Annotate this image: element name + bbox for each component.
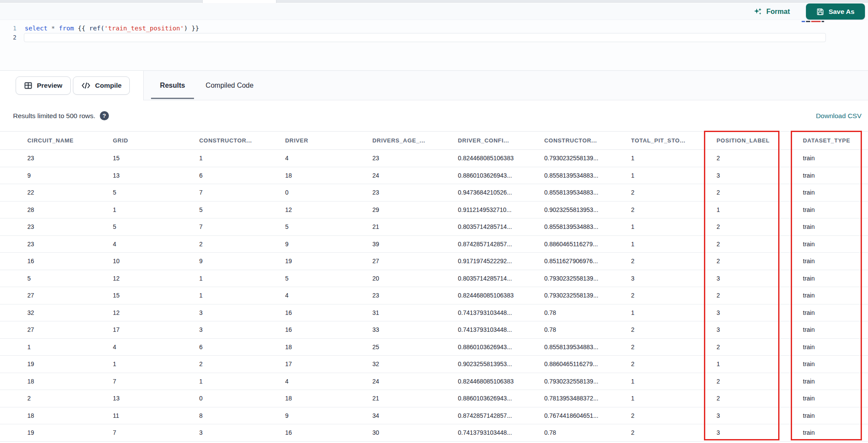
table-cell: 17 <box>113 326 199 333</box>
table-cell: 27 <box>372 258 458 264</box>
save-as-label: Save As <box>829 8 855 16</box>
table-cell: train <box>803 326 868 333</box>
table-cell: 1 <box>199 155 285 162</box>
table-cell: 29 <box>372 206 458 213</box>
table-cell: train <box>803 258 868 264</box>
results-table: CIRCUIT_NAMEGRIDCONSTRUCTOR...DRIVERDRIV… <box>0 131 868 442</box>
table-cell: 4 <box>285 155 372 162</box>
table-cell: 0.78 <box>544 429 631 436</box>
code-content[interactable]: select * from {{ ref('train_test_positio… <box>25 24 199 33</box>
current-line-highlight[interactable] <box>24 33 826 42</box>
table-cell: train <box>803 223 868 230</box>
table-row: 281512290.9112149532710...0.902325581395… <box>0 202 868 219</box>
table-cell: 7 <box>199 189 285 196</box>
table-cell: 12 <box>113 275 199 282</box>
table-cell: 0.8860465116279... <box>544 360 631 367</box>
download-csv-link[interactable]: Download CSV <box>816 100 861 131</box>
table-cell: 2 <box>717 155 803 162</box>
table-cell: 0.7413793103448... <box>458 326 544 333</box>
table-cell: 13 <box>113 172 199 179</box>
table-cell: 15 <box>113 292 199 299</box>
code-editor[interactable]: Format Save As 1 2 select * from {{ ref(… <box>0 3 868 70</box>
table-cell: 9 <box>285 412 372 419</box>
preview-label: Preview <box>37 82 62 89</box>
table-cell: 1 <box>631 155 717 162</box>
help-icon[interactable]: ? <box>100 111 109 120</box>
compile-button[interactable]: Compile <box>73 76 130 95</box>
save-as-button[interactable]: Save As <box>806 3 865 20</box>
table-cell: 0 <box>285 189 372 196</box>
table-cell: 0.8860103626943... <box>458 344 544 350</box>
table-cell: 21 <box>372 395 458 402</box>
table-cell: train <box>803 241 868 248</box>
format-button[interactable]: Format <box>753 5 790 18</box>
active-file-tab[interactable] <box>202 0 276 3</box>
table-cell: 19 <box>285 258 372 264</box>
table-row: 23575210.8035714285714...0.8558139534883… <box>0 218 868 236</box>
line-number-1: 1 <box>0 24 16 33</box>
table-cell: 2 <box>717 395 803 402</box>
table-cell: 24 <box>372 172 458 179</box>
table-cell: 1 <box>199 378 285 385</box>
table-cell: 12 <box>285 206 372 213</box>
table-row: 22570230.9473684210526...0.8558139534883… <box>0 184 868 202</box>
table-cell: train <box>803 395 868 402</box>
table-cell: 12 <box>113 309 199 316</box>
code-token-string: 'train_test_position' <box>104 25 184 32</box>
table-cell: 2 <box>631 258 717 264</box>
code-icon <box>81 82 91 89</box>
table-cell: 27 <box>27 326 113 333</box>
table-cell: 6 <box>199 344 285 350</box>
tab-compiled-code[interactable]: Compiled Code <box>204 71 255 100</box>
table-cell: 32 <box>372 360 458 367</box>
table-row: 191217320.9023255813953...0.886046511627… <box>0 356 868 373</box>
table-cell: 1 <box>199 275 285 282</box>
table-cell: 31 <box>372 309 458 316</box>
table-cell: 13 <box>113 395 199 402</box>
table-cell: 2 <box>631 326 717 333</box>
table-cell: 3 <box>717 412 803 419</box>
table-cell: 2 <box>631 206 717 213</box>
table-cell: 0.7413793103448... <box>458 429 544 436</box>
table-cell: 0.8558139534883... <box>544 223 631 230</box>
table-cell: 5 <box>285 223 372 230</box>
table-cell: 15 <box>113 155 199 162</box>
table-cell: 18 <box>285 344 372 350</box>
table-cell: 27 <box>27 292 113 299</box>
save-icon <box>816 8 824 16</box>
tab-results-label: Results <box>160 82 185 89</box>
table-cell: 3 <box>717 429 803 436</box>
sparkle-icon <box>753 7 763 17</box>
tab-results[interactable]: Results <box>151 71 194 100</box>
tab-bar: Results Compiled Code <box>144 71 868 100</box>
table-cell: 0.824468085106383 <box>458 155 544 162</box>
table-cell: 2 <box>717 241 803 248</box>
table-cell: 0.7413793103448... <box>458 309 544 316</box>
table-cell: 33 <box>372 326 458 333</box>
table-cell: 3 <box>717 326 803 333</box>
table-cell: 0.7930232558139... <box>544 378 631 385</box>
table-cell: 32 <box>27 309 113 316</box>
table-cell: 0.8860103626943... <box>458 395 544 402</box>
results-meta-row: Results limited to 500 rows. ? Download … <box>0 100 868 131</box>
preview-button[interactable]: Preview <box>16 76 71 95</box>
column-header: CIRCUIT_NAME <box>27 137 113 144</box>
table-row: 197316300.7413793103448...0.7823train <box>0 424 868 442</box>
table-cell: 1 <box>113 360 199 367</box>
results-limit-note: Results limited to 500 rows. ? <box>13 100 109 131</box>
table-cell: 2 <box>717 344 803 350</box>
action-bar: Preview Compile Results Compiled Code <box>0 70 868 100</box>
table-cell: 1 <box>631 241 717 248</box>
table-cell: 2 <box>631 360 717 367</box>
table-cell: 2 <box>717 258 803 264</box>
column-header: TOTAL_PIT_STO... <box>631 137 717 144</box>
editor-minimap[interactable] <box>802 21 827 25</box>
column-header: CONSTRUCTOR... <box>199 137 285 144</box>
download-csv-label: Download CSV <box>816 112 861 120</box>
table-cell: 1 <box>631 172 717 179</box>
table-icon <box>24 81 33 90</box>
line-number-gutter: 1 2 <box>0 24 16 42</box>
table-cell: train <box>803 412 868 419</box>
table-cell: 5 <box>113 223 199 230</box>
table-row: 3212316310.7413793103448...0.7813train <box>0 304 868 322</box>
